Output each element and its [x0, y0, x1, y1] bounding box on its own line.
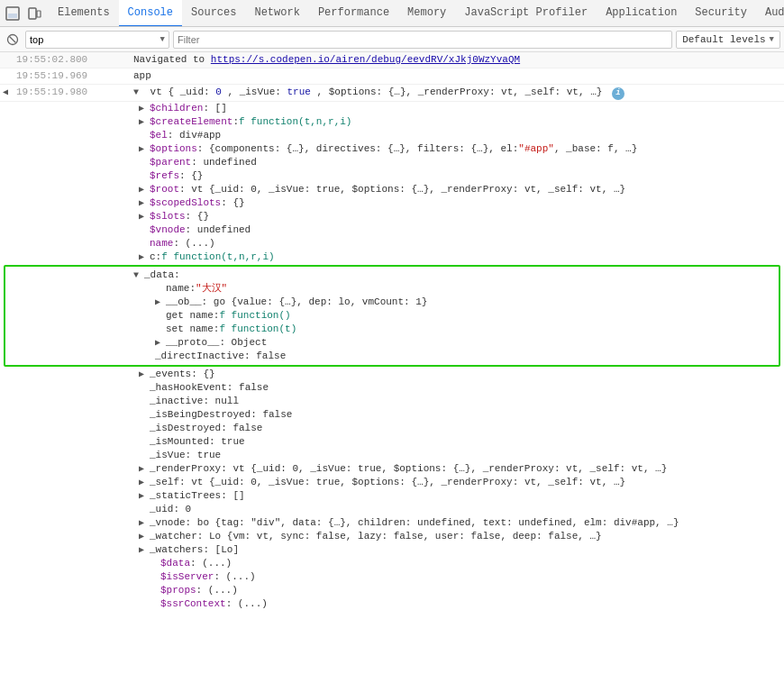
tree-line: _vnode: bo {tag: "div", data: {…}, child…	[0, 516, 784, 530]
tree-line: _hasHookEvent: false	[0, 381, 784, 395]
tab-security[interactable]: Security	[686, 0, 756, 27]
ob-toggle[interactable]	[155, 296, 166, 309]
tab-sources[interactable]: Sources	[182, 0, 245, 27]
nav-timestamp: 19:55:02.800	[13, 53, 130, 67]
tab-application[interactable]: Application	[597, 0, 686, 27]
app-log-line: 19:55:19.969 app	[0, 68, 784, 85]
vt-uid-key: _uid:	[180, 86, 216, 97]
tree-line: c: f function(t,n,r,i)	[0, 250, 784, 264]
root-toggle[interactable]	[139, 183, 150, 196]
levels-dropdown-arrow: ▼	[770, 35, 774, 44]
tree-line: _renderProxy: vt {_uid: 0, _isVue: true,…	[0, 462, 784, 476]
console-toolbar: ▼ Default levels ▼	[0, 27, 784, 52]
inspect-icon[interactable]	[4, 5, 22, 23]
levels-dropdown[interactable]: Default levels ▼	[676, 31, 780, 49]
tabs-bar: Elements Console Sources Network Perform…	[0, 0, 784, 27]
self-toggle[interactable]	[139, 476, 150, 489]
proto-toggle[interactable]	[155, 336, 166, 350]
tree-line: $el: div#app	[0, 129, 784, 142]
vnode-obj-toggle[interactable]	[139, 516, 150, 530]
tree-line: _directInactive: false	[5, 350, 779, 363]
tree-line: _inactive: null	[0, 395, 784, 408]
create-element-toggle[interactable]	[139, 115, 150, 129]
search-box: ▼	[25, 31, 169, 49]
data-highlight-box: _data: name: "大汉" __ob__: go {value: {…}…	[4, 265, 780, 367]
scoped-slots-toggle[interactable]	[139, 196, 150, 210]
svg-line-5	[10, 36, 16, 42]
svg-rect-2	[29, 8, 36, 19]
tab-elements[interactable]: Elements	[49, 0, 119, 27]
tree-line: $scopedSlots: {}	[0, 196, 784, 210]
tree-line: __ob__: go {value: {…}, dep: lo, vmCount…	[5, 296, 779, 309]
filter-box	[173, 31, 672, 49]
watchers-toggle[interactable]	[139, 543, 150, 557]
app-timestamp: 19:55:19.969	[13, 69, 130, 83]
tree-line: $parent: undefined	[0, 156, 784, 169]
tab-js-profiler[interactable]: JavaScript Profiler	[455, 0, 597, 27]
tree-container: $children: [] $createElement: f function…	[0, 102, 784, 611]
vt-timestamp: 19:55:19.980	[13, 86, 130, 99]
console-content[interactable]: 19:55:02.800 Navigated to https://s.code…	[0, 52, 784, 692]
tree-line: _staticTrees: []	[0, 489, 784, 503]
tree-line: _watcher: Lo {vm: vt, sync: false, lazy:…	[0, 530, 784, 543]
tree-line: _uid: 0	[0, 503, 784, 516]
search-input[interactable]	[30, 34, 157, 45]
nav-content: Navigated to https://s.codepen.io/airen/…	[133, 53, 784, 67]
tree-line: _isVue: true	[0, 449, 784, 462]
svg-rect-3	[37, 11, 41, 17]
data-toggle[interactable]	[133, 269, 144, 282]
render-proxy-toggle[interactable]	[139, 462, 150, 476]
tree-line: _isDestroyed: false	[0, 422, 784, 435]
tree-line: name: "大汉"	[5, 282, 779, 296]
tree-line: $props: (...)	[0, 584, 784, 597]
tree-line: __proto__: Object	[5, 336, 779, 350]
info-icon[interactable]: i	[612, 87, 624, 100]
vt-label: vt {	[150, 86, 174, 97]
tree-line: _events: {}	[0, 368, 784, 381]
options-toggle[interactable]	[139, 142, 150, 156]
vt-nav-arrow: ◀	[0, 86, 13, 99]
tree-line: $ssrContext: (...)	[0, 597, 784, 611]
tree-line: $root: vt {_uid: 0, _isVue: true, $optio…	[0, 183, 784, 196]
tree-line: name: (...)	[0, 237, 784, 250]
device-icon[interactable]	[25, 5, 43, 23]
vt-log-line: ◀ 19:55:19.980 vt { _uid: 0 , _isVue: tr…	[0, 85, 784, 102]
vt-toggle[interactable]	[133, 86, 144, 99]
tab-icons	[4, 5, 43, 23]
tab-network[interactable]: Network	[245, 0, 308, 27]
static-trees-toggle[interactable]	[139, 489, 150, 503]
watcher-toggle[interactable]	[139, 530, 150, 543]
search-dropdown-arrow[interactable]: ▼	[160, 35, 165, 44]
children-toggle[interactable]	[139, 102, 150, 115]
tree-line: _self: vt {_uid: 0, _isVue: true, $optio…	[0, 476, 784, 489]
tab-console[interactable]: Console	[119, 0, 182, 27]
tree-line: _isMounted: true	[0, 435, 784, 449]
app-prefix	[0, 69, 13, 70]
tree-line: $createElement: f function(t,n,r,i)	[0, 115, 784, 129]
app-content: app	[133, 69, 784, 83]
tree-line-data: _data:	[5, 269, 779, 282]
tree-line: get name: f function()	[5, 309, 779, 323]
tab-performance[interactable]: Performance	[309, 0, 398, 27]
tree-line: _watchers: [Lo]	[0, 543, 784, 557]
tree-line: _isBeingDestroyed: false	[0, 408, 784, 422]
slots-toggle[interactable]	[139, 210, 150, 223]
tab-audits[interactable]: Aud...	[756, 0, 784, 27]
nav-text: Navigated to	[133, 54, 205, 65]
tree-line: $vnode: undefined	[0, 223, 784, 237]
tab-memory[interactable]: Memory	[398, 0, 455, 27]
clear-console-button[interactable]	[4, 31, 22, 49]
vt-content: vt { _uid: 0 , _isVue: true , $options: …	[133, 86, 784, 100]
c-toggle[interactable]	[139, 250, 150, 264]
tree-line: $data: (...)	[0, 557, 784, 570]
tree-line: $options: {components: {…}, directives: …	[0, 142, 784, 156]
events-toggle[interactable]	[139, 368, 150, 381]
nav-url[interactable]: https://s.codepen.io/airen/debug/eevdRV/…	[211, 54, 520, 65]
tree-line: set name: f function(t)	[5, 323, 779, 336]
nav-log-line: 19:55:02.800 Navigated to https://s.code…	[0, 52, 784, 68]
tree-line: $isServer: (...)	[0, 570, 784, 584]
filter-input[interactable]	[178, 34, 668, 45]
tree-line: $refs: {}	[0, 169, 784, 183]
svg-rect-1	[8, 14, 17, 18]
tree-line: $children: []	[0, 102, 784, 115]
